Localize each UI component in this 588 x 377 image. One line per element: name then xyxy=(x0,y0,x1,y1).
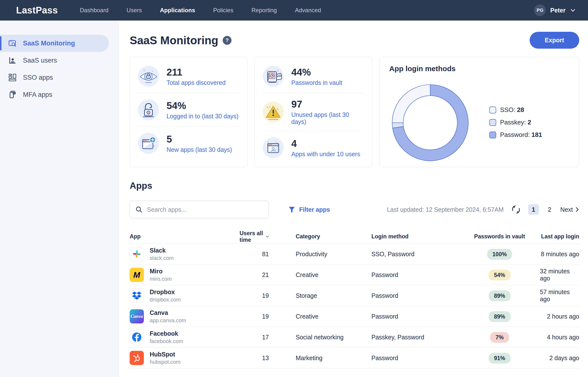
nav-item-policies[interactable]: Policies xyxy=(213,7,233,14)
app-cell: Canva Canva app.canva.com xyxy=(130,309,240,324)
table-row-canva[interactable]: Canva Canva app.canva.com 19 Creative Pa… xyxy=(130,306,579,327)
last-app-login-value: 2 days ago xyxy=(549,354,579,362)
users-all-time-value: 21 xyxy=(262,271,269,279)
column-header-last-app-login: Last app login xyxy=(541,233,579,240)
stat-value: 54% xyxy=(166,100,239,111)
stat-label-link[interactable]: New apps (last 30 days) xyxy=(166,146,232,153)
apps-table: AppUsers all timeCategoryLogin methodPas… xyxy=(130,230,579,368)
next-page-button[interactable]: Next xyxy=(560,206,579,213)
sidebar-item-mfa-apps[interactable]: MFA apps xyxy=(0,86,109,103)
table-row-slack[interactable]: Slack slack.com 81 Productivity SSO, Pas… xyxy=(130,244,579,265)
app-cell: Slack slack.com xyxy=(130,247,240,261)
page-2[interactable]: 2 xyxy=(544,204,555,215)
table-body: Slack slack.com 81 Productivity SSO, Pas… xyxy=(130,244,579,368)
page-1[interactable]: 1 xyxy=(528,204,539,215)
app-name: Canva xyxy=(150,309,186,316)
sidebar-item-sso-apps[interactable]: SSO apps xyxy=(0,69,109,86)
stat-passwords-in-vault: 44% Passwords in vault xyxy=(262,60,365,93)
stat-label-link[interactable]: Total apps discovered xyxy=(166,79,226,86)
chart-legend: SSO: 28Passkey: 2Password: 181 xyxy=(489,106,542,139)
stat-apps-with-under-10-users: 4 Apps with under 10 users xyxy=(262,131,365,164)
chevron-right-icon xyxy=(575,207,579,212)
donut-segment-sso xyxy=(392,85,430,123)
filter-apps-button[interactable]: Filter apps xyxy=(288,206,330,213)
login-method-value: Password xyxy=(371,354,459,362)
legend-item-passkey: Passkey: 2 xyxy=(489,118,542,126)
filter-apps-label: Filter apps xyxy=(299,206,330,213)
table-row-hubspot[interactable]: HubSpot hubspot.com 13 Marketing Passwor… xyxy=(130,348,579,368)
phone-lock-icon xyxy=(8,91,17,99)
user-menu[interactable]: PG Peter xyxy=(534,4,576,16)
lastpass-logo[interactable]: LastPass xyxy=(16,5,58,16)
stat-value: 97 xyxy=(291,98,365,110)
category-value: Social networking xyxy=(269,334,371,341)
nav-item-applications[interactable]: Applications xyxy=(160,7,195,14)
eye-lock-icon xyxy=(137,65,160,88)
app-domain: slack.com xyxy=(150,255,174,261)
passwords-in-vault-badge: 7% xyxy=(490,332,509,343)
users-all-time-value: 17 xyxy=(262,334,269,341)
login-method-value: Password xyxy=(371,313,459,320)
canva-logo-icon: Canva xyxy=(130,309,144,323)
refresh-icon[interactable] xyxy=(510,204,521,215)
app-name: Miro xyxy=(150,268,172,275)
search-box xyxy=(130,201,269,218)
stat-label-link[interactable]: Passwords in vault xyxy=(291,79,342,86)
vault-icon xyxy=(262,65,285,88)
login-method-value: Passkey, Password xyxy=(371,334,459,341)
help-icon[interactable]: ? xyxy=(223,36,232,45)
main-content: SaaS Monitoring ? Export 211 Total apps … xyxy=(119,21,588,377)
sidebar-item-saas-users[interactable]: SaaS users xyxy=(0,52,109,69)
stat-label-link[interactable]: Unused apps (last 30 days) xyxy=(291,111,365,125)
table-row-facebook[interactable]: Facebook facebook.com 17 Social networki… xyxy=(130,327,579,348)
vault-badge: 100% xyxy=(487,251,512,258)
passwords-in-vault-badge: 91% xyxy=(489,353,510,364)
search-icon xyxy=(135,206,143,213)
app-cell: M Miro miro.com xyxy=(130,268,240,282)
legend-swatch xyxy=(489,131,496,138)
browser-search-icon xyxy=(8,39,17,47)
legend-item-password: Password: 181 xyxy=(489,131,542,139)
category-value: Marketing xyxy=(269,354,371,362)
table-row-miro[interactable]: M Miro miro.com 21 Creative Password 54%… xyxy=(130,265,579,285)
app-name: Dropbox xyxy=(150,288,181,295)
stat-label-link[interactable]: Apps with under 10 users xyxy=(291,151,360,158)
column-header-app: App xyxy=(130,233,240,240)
browser-plus-icon xyxy=(137,132,160,154)
browser-user-icon xyxy=(262,136,285,159)
stat-total-apps-discovered: 211 Total apps discovered xyxy=(137,60,241,93)
next-label: Next xyxy=(560,206,573,213)
app-domain: hubspot.com xyxy=(150,359,180,365)
stat-value: 4 xyxy=(291,138,360,149)
hubspot-logo-icon xyxy=(130,351,144,365)
nav-item-reporting[interactable]: Reporting xyxy=(252,7,277,14)
toolbar-right: Last updated: 12 September 2024, 6:57AM … xyxy=(387,204,579,215)
last-app-login-value: 57 minutes ago xyxy=(540,288,579,303)
login-methods-card: App login methods SSO: 28Passkey: 2Passw… xyxy=(379,57,579,167)
category-value: Storage xyxy=(269,292,371,299)
main-nav: DashboardUsersApplicationsPoliciesReport… xyxy=(80,7,321,14)
sidebar-item-label: SaaS Monitoring xyxy=(23,40,75,47)
nav-item-users[interactable]: Users xyxy=(126,7,142,14)
search-input[interactable] xyxy=(147,206,263,213)
vault-badge: 89% xyxy=(489,313,510,320)
pagination: 12Next xyxy=(528,204,579,215)
table-row-dropbox[interactable]: Dropbox dropbox.com 19 Storage Password … xyxy=(130,285,579,306)
column-header-category: Category xyxy=(269,233,371,240)
chart-title: App login methods xyxy=(389,65,569,73)
export-button[interactable]: Export xyxy=(530,32,579,49)
column-header-users-all-time[interactable]: Users all time xyxy=(240,230,269,243)
stat-unused-apps-last-30-days-: 97 Unused apps (last 30 days) xyxy=(262,93,365,131)
column-header-login-method: Login method xyxy=(371,233,459,240)
padlock-icon xyxy=(137,98,160,121)
app-cell: Dropbox dropbox.com xyxy=(130,288,240,303)
nav-item-advanced[interactable]: Advanced xyxy=(295,7,321,14)
nav-item-dashboard[interactable]: Dashboard xyxy=(80,7,108,14)
user-chart-icon xyxy=(8,56,17,65)
app-domain: dropbox.com xyxy=(150,296,181,303)
passwords-in-vault-badge: 89% xyxy=(489,290,510,301)
users-all-time-value: 81 xyxy=(262,251,269,258)
sidebar-item-saas-monitoring[interactable]: SaaS Monitoring xyxy=(0,35,109,52)
stat-label-link[interactable]: Logged in to (last 30 days) xyxy=(166,113,239,120)
legend-swatch xyxy=(489,119,496,126)
